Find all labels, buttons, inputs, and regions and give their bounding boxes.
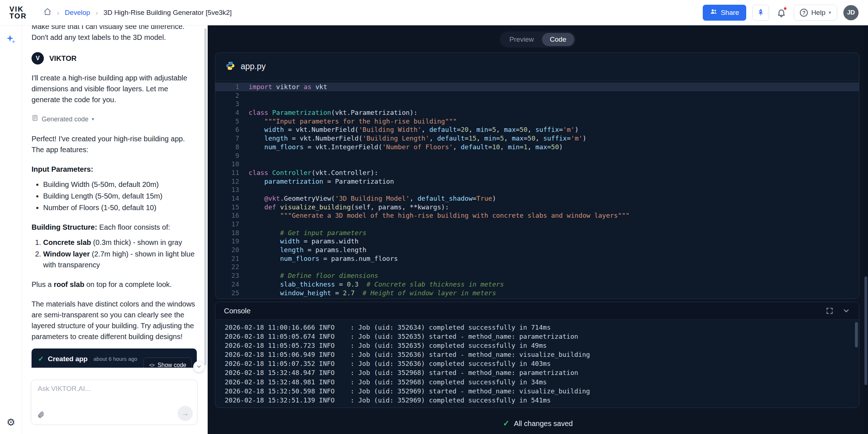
code-line[interactable]: 5 """Input parameters for the high-rise … [215,117,859,126]
code-line[interactable]: 6 width = vkt.NumberField('Building Widt… [215,125,859,134]
code-line[interactable]: 19 width = params.width [215,237,859,246]
chat-scrollbar[interactable] [204,28,207,365]
check-icon: ✓ [38,354,44,364]
code-text [239,91,253,100]
share-button[interactable]: Share [703,5,747,21]
code-line[interactable]: 11class Controller(vkt.Controller): [215,168,859,177]
user-avatar[interactable]: JD [843,5,859,20]
code-text: slab_thickness = 0.3 # Concrete slab thi… [239,280,504,289]
rocket-button[interactable] [752,5,769,21]
code-line[interactable]: 14 @vkt.GeometryView('3D Building Model'… [215,194,859,203]
code-line[interactable]: 4class Parametrization(vkt.Parametrizati… [215,108,859,117]
viktor-logo[interactable]: VIK TOR [9,6,27,20]
code-text: width = vkt.NumberField('Building Width'… [239,125,578,134]
line-number: 7 [215,134,239,143]
console-line: 2026-02-18 15:32:51.139 INFO : Job (uid:… [225,396,859,405]
fullscreen-icon[interactable] [826,307,834,315]
breadcrumb-chevron-icon: › [96,9,98,16]
code-line[interactable]: 15 def visualize_building(self, params, … [215,203,859,212]
collapse-chevron-icon[interactable] [842,307,850,315]
line-number: 14 [215,194,239,203]
code-line[interactable]: 9 [215,151,859,160]
page-scrollbar-thumb[interactable] [864,276,867,385]
user-message-scrolled: Make sure that I can visually see the di… [32,25,197,43]
code-line[interactable]: 3 [215,100,859,108]
console-line: 2026-02-18 15:32:48.947 INFO : Job (uid:… [225,368,859,377]
line-number: 11 [215,168,239,177]
breadcrumb-chevron-icon: › [57,9,59,16]
code-line[interactable]: 2 [215,91,859,100]
code-text [239,160,253,168]
line-number: 22 [215,263,239,271]
console-line: 2026-02-18 11:05:07.352 INFO : Job (uid:… [225,359,859,368]
breadcrumb: › Develop › 3D High-Rise Building Genera… [43,8,232,17]
notification-dot [783,7,787,11]
code-text: """Generate a 3D model of the high-rise … [239,211,630,220]
workspace: PreviewCode app.py 1import viktor as vkt… [208,25,868,434]
code-text [239,220,253,229]
code-line[interactable]: 18 # Get input parameters [215,229,859,237]
question-icon: ? [800,9,808,17]
code-line[interactable]: 10 [215,160,859,168]
code-line[interactable]: 7 length = vkt.NumberField('Building Len… [215,134,859,143]
ai-sparkle-icon[interactable] [6,34,16,46]
file-name: app.py [241,62,266,71]
code-line[interactable]: 24 slab_thickness = 0.3 # Concrete slab … [215,280,859,289]
code-line[interactable]: 20 length = params.length [215,246,859,254]
code-text: import viktor as vkt [239,83,327,91]
breadcrumb-page-title: 3D High-Rise Building Generator [5ve3k2] [104,9,232,17]
page-scrollbar-track[interactable] [864,25,868,434]
code-text: num_floors = params.num_floors [239,254,398,263]
assistant-intro: I'll create a high-rise building app wit… [32,72,197,105]
code-text: # Get input parameters [239,229,366,237]
chevron-down-icon [196,364,202,370]
tab-code[interactable]: Code [542,33,574,46]
home-icon[interactable] [43,8,51,17]
help-button[interactable]: ? Help ▾ [794,5,837,21]
generated-code-toggle[interactable]: Generated code ▾ [32,114,197,125]
show-code-button[interactable]: <> Show code [144,358,192,368]
attachment-paperclip-icon[interactable] [37,411,45,420]
scroll-to-bottom-button[interactable] [193,361,205,372]
code-text: # Define floor dimensions [239,271,378,280]
logo-line-bottom: TOR [9,13,27,20]
chat-input-field[interactable] [38,385,191,404]
chat-input-card: → [31,380,198,425]
caret-down-icon: ▾ [92,114,94,125]
code-line[interactable]: 12 parametrization = Parametrization [215,177,859,186]
code-line[interactable]: 22 [215,263,859,271]
code-line[interactable]: 13 [215,185,859,194]
code-line[interactable]: 8 num_floors = vkt.IntegerField('Number … [215,143,859,151]
line-number: 9 [215,151,239,160]
code-line[interactable]: 23 # Define floor dimensions [215,271,859,280]
code-editor-card: app.py 1import viktor as vkt2 3 4class P… [215,53,859,299]
line-number: 21 [215,254,239,263]
code-line[interactable]: 21 num_floors = params.num_floors [215,254,859,263]
notifications-button[interactable] [775,7,788,19]
help-label: Help [811,9,825,17]
code-text: width = params.width [239,237,358,246]
tab-preview[interactable]: Preview [502,33,542,46]
settings-gear-icon[interactable]: ⚙ [7,417,15,428]
chat-block-p: Plus a roof slab on top for a complete l… [32,279,197,290]
line-number: 12 [215,177,239,186]
code-line[interactable]: 17 [215,220,859,229]
top-header: VIK TOR › Develop › 3D High-Rise Buildin… [0,0,868,25]
document-icon [32,114,38,125]
chat-message-area: Make sure that I can visually see the di… [32,25,197,368]
code-line[interactable]: 16 """Generate a 3D model of the high-ri… [215,211,859,220]
send-button[interactable]: → [178,406,193,421]
console-title: Console [224,307,250,315]
line-number: 23 [215,271,239,280]
code-line[interactable]: 25 window_height = 2.7 # Height of windo… [215,289,859,297]
console-line: 2026-02-18 15:32:50.598 INFO : Job (uid:… [225,387,859,396]
console-header: Console [215,302,859,320]
line-number: 19 [215,237,239,246]
line-number: 25 [215,289,239,297]
breadcrumb-develop[interactable]: Develop [65,9,90,17]
console-line: 2026-02-18 11:05:05.723 INFO : Job (uid:… [225,341,859,350]
line-number: 10 [215,160,239,168]
code-line[interactable]: 1import viktor as vkt [215,83,859,91]
console-scrollbar[interactable] [855,322,858,347]
code-text: def visualize_building(self, params, **k… [239,203,449,212]
